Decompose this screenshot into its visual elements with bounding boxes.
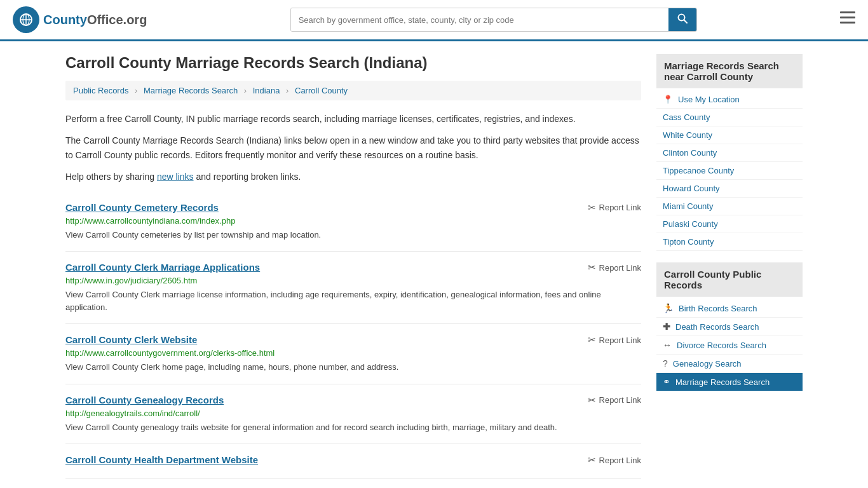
county-link-item[interactable]: Pulaski County (656, 215, 803, 233)
question-icon: ? (663, 358, 668, 369)
result-item: Carroll County Genealogy Records ✂ Repor… (65, 384, 641, 445)
result-title[interactable]: Carroll County Clerk Website (65, 334, 197, 345)
logo-text: CountyOffice.org (43, 13, 147, 27)
result-item: Carroll County Health Department Website… (65, 444, 641, 479)
county-link[interactable]: Cass County (663, 112, 710, 122)
breadcrumb: Public Records › Marriage Records Search… (65, 81, 641, 100)
result-url[interactable]: http://www.in.gov/judiciary/2605.htm (65, 276, 641, 285)
report-icon: ✂ (588, 202, 596, 214)
report-icon: ✂ (588, 395, 596, 406)
public-records-link-item[interactable]: ✚Death Records Search (656, 318, 803, 336)
result-header: Carroll County Health Department Website… (65, 454, 641, 466)
main-container: Carroll County Marriage Records Search (… (53, 41, 815, 488)
search-icon (677, 13, 688, 24)
logo-icon (13, 6, 39, 33)
site-header: CountyOffice.org (0, 0, 868, 41)
public-records-link[interactable]: Death Records Search (675, 322, 759, 332)
county-link-item[interactable]: Tipton County (656, 233, 803, 251)
result-item: Carroll County Cemetery Records ✂ Report… (65, 192, 641, 252)
result-item: Carroll County Clerk Website ✂ Report Li… (65, 324, 641, 384)
result-url[interactable]: http://www.carrollcountygovernment.org/c… (65, 348, 641, 358)
public-records-link[interactable]: Birth Records Search (679, 304, 757, 313)
svg-line-6 (684, 20, 687, 24)
public-records-link-item[interactable]: ⚭Marriage Records Search (656, 373, 803, 391)
breadcrumb-link-indiana[interactable]: Indiana (253, 86, 280, 95)
result-url[interactable]: http://genealogytrails.com/ind/carroll/ (65, 409, 641, 418)
county-link-item[interactable]: Cass County (656, 109, 803, 126)
svg-rect-8 (840, 17, 855, 18)
page-title: Carroll County Marriage Records Search (… (65, 54, 641, 72)
person-icon: 🏃 (663, 303, 674, 313)
county-link[interactable]: Tippecanoe County (663, 166, 734, 175)
intro-paragraph-1: Perform a free Carroll County, IN public… (65, 112, 641, 126)
report-link-button[interactable]: ✂ Report Link (588, 454, 641, 466)
county-links: Cass CountyWhite CountyClinton CountyTip… (656, 109, 803, 251)
public-records-section: Carroll County Public Records 🏃Birth Rec… (656, 262, 803, 391)
result-title[interactable]: Carroll County Clerk Marriage Applicatio… (65, 262, 260, 273)
cross-icon: ✚ (663, 322, 670, 332)
arrows-icon: ↔ (663, 340, 672, 350)
county-link-item[interactable]: Tippecanoe County (656, 162, 803, 180)
menu-button[interactable] (840, 11, 855, 28)
new-links-link[interactable]: new links (157, 172, 194, 182)
sidebar: Marriage Records Search near Carroll Cou… (656, 54, 803, 479)
public-records-links: 🏃Birth Records Search✚Death Records Sear… (656, 299, 803, 391)
county-link-item[interactable]: Miami County (656, 198, 803, 215)
search-area (290, 8, 697, 32)
county-link-item[interactable]: Howard County (656, 180, 803, 198)
county-link[interactable]: Pulaski County (663, 219, 718, 229)
public-records-link[interactable]: Genealogy Search (673, 359, 742, 369)
result-desc: View Carroll County genealogy trails web… (65, 421, 641, 434)
result-title[interactable]: Carroll County Genealogy Records (65, 395, 224, 405)
nearby-section-header: Marriage Records Search near Carroll Cou… (656, 54, 803, 88)
result-header: Carroll County Cemetery Records ✂ Report… (65, 202, 641, 214)
nearby-section: Marriage Records Search near Carroll Cou… (656, 54, 803, 251)
use-my-location-link[interactable]: Use My Location (678, 95, 740, 104)
report-link-button[interactable]: ✂ Report Link (588, 262, 641, 273)
result-title[interactable]: Carroll County Health Department Website (65, 454, 258, 465)
logo-area: CountyOffice.org (13, 6, 147, 33)
public-records-link[interactable]: Divorce Records Search (677, 341, 766, 350)
report-link-button[interactable]: ✂ Report Link (588, 334, 641, 346)
county-link[interactable]: Miami County (663, 201, 713, 211)
use-my-location-item[interactable]: 📍 Use My Location (656, 91, 803, 109)
results-list: Carroll County Cemetery Records ✂ Report… (65, 192, 641, 480)
search-input[interactable] (291, 8, 668, 31)
search-box (290, 8, 697, 32)
county-link[interactable]: White County (663, 130, 712, 140)
result-header: Carroll County Clerk Marriage Applicatio… (65, 262, 641, 273)
result-desc: View Carroll County cemeteries by list p… (65, 229, 641, 241)
report-link-button[interactable]: ✂ Report Link (588, 395, 641, 406)
result-header: Carroll County Clerk Website ✂ Report Li… (65, 334, 641, 346)
svg-rect-7 (840, 11, 855, 13)
breadcrumb-link-marriage-records[interactable]: Marriage Records Search (144, 86, 238, 95)
public-records-link-item[interactable]: 🏃Birth Records Search (656, 299, 803, 318)
search-button[interactable] (668, 8, 696, 31)
county-link[interactable]: Howard County (663, 184, 720, 193)
result-desc: View Carroll County Clerk home page, inc… (65, 361, 641, 374)
result-url[interactable]: http://www.carrollcountyindiana.com/inde… (65, 216, 641, 226)
public-records-link-item[interactable]: ?Genealogy Search (656, 355, 803, 373)
report-link-button[interactable]: ✂ Report Link (588, 202, 641, 214)
breadcrumb-link-public-records[interactable]: Public Records (73, 86, 128, 95)
report-icon: ✂ (588, 454, 596, 466)
hamburger-icon (840, 11, 855, 24)
county-link[interactable]: Tipton County (663, 237, 714, 247)
rings-icon: ⚭ (663, 377, 670, 387)
public-records-link-item[interactable]: ↔Divorce Records Search (656, 336, 803, 355)
breadcrumb-link-carroll-county[interactable]: Carroll County (295, 86, 348, 95)
public-records-section-header: Carroll County Public Records (656, 262, 803, 297)
result-desc: View Carroll County Clerk marriage licen… (65, 288, 641, 313)
svg-rect-9 (840, 22, 855, 24)
result-title[interactable]: Carroll County Cemetery Records (65, 202, 219, 213)
county-link[interactable]: Clinton County (663, 148, 717, 158)
public-records-link[interactable]: Marriage Records Search (675, 377, 770, 387)
county-link-item[interactable]: White County (656, 126, 803, 144)
result-header: Carroll County Genealogy Records ✂ Repor… (65, 395, 641, 406)
county-link-item[interactable]: Clinton County (656, 144, 803, 162)
report-icon: ✂ (588, 334, 596, 346)
content-area: Carroll County Marriage Records Search (… (65, 54, 641, 479)
report-icon: ✂ (588, 262, 596, 273)
location-icon: 📍 (663, 95, 673, 104)
intro-paragraph-2: The Carroll County Marriage Records Sear… (65, 133, 641, 162)
